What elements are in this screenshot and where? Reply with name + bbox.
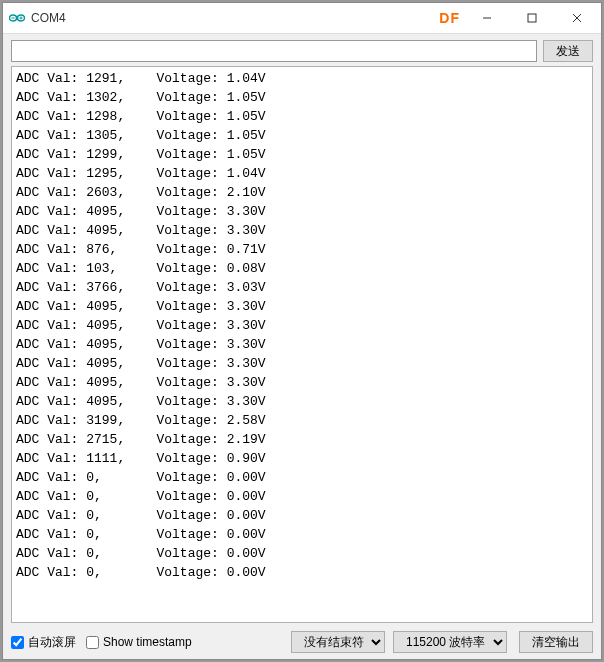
send-button[interactable]: 发送 [543,40,593,62]
autoscroll-label: 自动滚屏 [28,634,76,651]
send-input[interactable] [11,40,537,62]
serial-output[interactable]: ADC Val: 1291, Voltage: 1.04V ADC Val: 1… [11,66,593,623]
window-title: COM4 [31,11,66,25]
autoscroll-input[interactable] [11,636,24,649]
autoscroll-checkbox[interactable]: 自动滚屏 [11,634,76,651]
timestamp-checkbox[interactable]: Show timestamp [86,635,192,649]
maximize-button[interactable] [509,4,554,32]
svg-rect-6 [528,14,536,22]
bottombar: 自动滚屏 Show timestamp 没有结束符 115200 波特率 清空输… [3,627,601,659]
clear-output-button[interactable]: 清空输出 [519,631,593,653]
minimize-button[interactable] [464,4,509,32]
titlebar: COM4 DF [3,3,601,34]
baud-rate-select[interactable]: 115200 波特率 [393,631,507,653]
timestamp-label: Show timestamp [103,635,192,649]
df-badge: DF [439,10,460,26]
line-ending-select[interactable]: 没有结束符 [291,631,385,653]
send-row: 发送 [3,34,601,66]
close-button[interactable] [554,4,599,32]
timestamp-input[interactable] [86,636,99,649]
serial-monitor-window: COM4 DF 发送 ADC Val: 1291, Voltage: 1.04V… [2,2,602,660]
arduino-icon [9,10,25,26]
